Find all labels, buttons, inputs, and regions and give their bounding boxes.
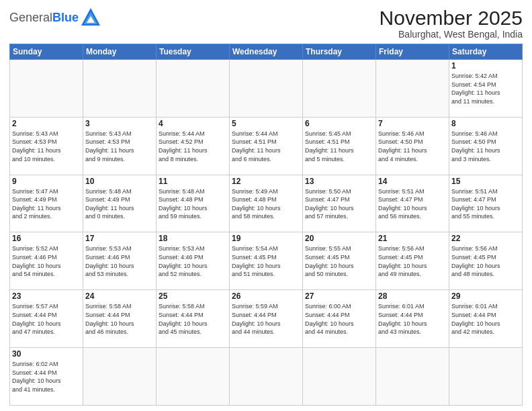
day-info: Sunrise: 5:44 AMSunset: 4:51 PMDaylight:… <box>232 130 300 163</box>
day-number: 7 <box>378 119 447 128</box>
calendar-cell: 6Sunrise: 5:45 AMSunset: 4:51 PMDaylight… <box>303 117 376 175</box>
day-number: 2 <box>12 119 81 128</box>
day-info: Sunrise: 5:59 AMSunset: 4:44 PMDaylight:… <box>232 302 300 336</box>
day-number: 29 <box>451 291 520 301</box>
calendar-cell <box>157 60 230 118</box>
day-info: Sunrise: 5:58 AMSunset: 4:44 PMDaylight:… <box>85 302 154 336</box>
day-info: Sunrise: 5:46 AMSunset: 4:50 PMDaylight:… <box>451 130 520 163</box>
calendar-cell <box>376 60 449 118</box>
calendar-week-4: 16Sunrise: 5:52 AMSunset: 4:46 PMDayligh… <box>10 232 523 290</box>
logo-icon <box>80 7 101 28</box>
calendar-cell: 12Sunrise: 5:49 AMSunset: 4:48 PMDayligh… <box>230 175 303 232</box>
calendar-cell <box>303 60 376 118</box>
calendar-cell: 10Sunrise: 5:48 AMSunset: 4:49 PMDayligh… <box>83 175 157 232</box>
calendar-cell <box>230 60 303 118</box>
calendar-cell <box>449 348 523 406</box>
calendar-cell: 29Sunrise: 6:01 AMSunset: 4:44 PMDayligh… <box>449 290 523 348</box>
day-info: Sunrise: 5:50 AMSunset: 4:47 PMDaylight:… <box>305 187 373 221</box>
day-number: 16 <box>12 234 81 243</box>
day-number: 28 <box>378 291 447 301</box>
calendar-cell: 1Sunrise: 5:42 AMSunset: 4:54 PMDaylight… <box>449 60 523 118</box>
weekday-header-monday: Monday <box>83 44 157 60</box>
logo-text: GeneralBlue <box>9 11 79 24</box>
calendar-cell <box>157 348 230 406</box>
calendar-cell: 30Sunrise: 6:02 AMSunset: 4:44 PMDayligh… <box>10 348 83 406</box>
day-info: Sunrise: 5:53 AMSunset: 4:46 PMDaylight:… <box>159 244 227 278</box>
calendar-cell: 5Sunrise: 5:44 AMSunset: 4:51 PMDaylight… <box>230 117 303 175</box>
weekday-row: SundayMondayTuesdayWednesdayThursdayFrid… <box>10 44 523 60</box>
day-number: 6 <box>305 119 373 128</box>
calendar-cell: 17Sunrise: 5:53 AMSunset: 4:46 PMDayligh… <box>83 232 157 290</box>
calendar-cell: 2Sunrise: 5:43 AMSunset: 4:53 PMDaylight… <box>10 117 83 175</box>
day-info: Sunrise: 5:53 AMSunset: 4:46 PMDaylight:… <box>85 244 154 278</box>
calendar-cell: 11Sunrise: 5:48 AMSunset: 4:48 PMDayligh… <box>157 175 230 232</box>
calendar-table: SundayMondayTuesdayWednesdayThursdayFrid… <box>9 44 523 406</box>
calendar-cell: 8Sunrise: 5:46 AMSunset: 4:50 PMDaylight… <box>449 117 523 175</box>
calendar-cell: 9Sunrise: 5:47 AMSunset: 4:49 PMDaylight… <box>10 175 83 232</box>
weekday-header-thursday: Thursday <box>303 44 376 60</box>
day-info: Sunrise: 5:56 AMSunset: 4:45 PMDaylight:… <box>378 244 447 278</box>
calendar-cell: 18Sunrise: 5:53 AMSunset: 4:46 PMDayligh… <box>157 232 230 290</box>
weekday-header-wednesday: Wednesday <box>230 44 303 60</box>
calendar-week-2: 2Sunrise: 5:43 AMSunset: 4:53 PMDaylight… <box>10 117 523 175</box>
calendar-week-5: 23Sunrise: 5:57 AMSunset: 4:44 PMDayligh… <box>10 290 523 348</box>
calendar-cell: 22Sunrise: 5:56 AMSunset: 4:45 PMDayligh… <box>449 232 523 290</box>
day-number: 20 <box>305 234 373 243</box>
day-info: Sunrise: 6:01 AMSunset: 4:44 PMDaylight:… <box>378 302 447 336</box>
calendar-cell: 19Sunrise: 5:54 AMSunset: 4:45 PMDayligh… <box>230 232 303 290</box>
calendar-cell <box>83 348 157 406</box>
calendar-cell: 13Sunrise: 5:50 AMSunset: 4:47 PMDayligh… <box>303 175 376 232</box>
calendar-title: November 2025 <box>380 7 523 29</box>
day-info: Sunrise: 5:52 AMSunset: 4:46 PMDaylight:… <box>12 244 81 278</box>
day-number: 4 <box>159 119 227 128</box>
calendar-cell: 24Sunrise: 5:58 AMSunset: 4:44 PMDayligh… <box>83 290 157 348</box>
weekday-header-saturday: Saturday <box>449 44 523 60</box>
calendar-cell: 14Sunrise: 5:51 AMSunset: 4:47 PMDayligh… <box>376 175 449 232</box>
day-info: Sunrise: 5:51 AMSunset: 4:47 PMDaylight:… <box>451 187 520 221</box>
day-number: 11 <box>159 177 227 186</box>
day-info: Sunrise: 5:49 AMSunset: 4:48 PMDaylight:… <box>232 187 300 221</box>
day-info: Sunrise: 5:45 AMSunset: 4:51 PMDaylight:… <box>305 130 373 163</box>
calendar-week-6: 30Sunrise: 6:02 AMSunset: 4:44 PMDayligh… <box>10 348 523 406</box>
calendar-week-3: 9Sunrise: 5:47 AMSunset: 4:49 PMDaylight… <box>10 175 523 232</box>
weekday-header-friday: Friday <box>376 44 449 60</box>
calendar-cell: 7Sunrise: 5:46 AMSunset: 4:50 PMDaylight… <box>376 117 449 175</box>
day-number: 8 <box>451 119 520 128</box>
day-number: 19 <box>232 234 300 243</box>
day-number: 3 <box>85 119 154 128</box>
header: GeneralBlue November 2025 Balurghat, Wes… <box>9 7 523 40</box>
calendar-cell: 4Sunrise: 5:44 AMSunset: 4:52 PMDaylight… <box>157 117 230 175</box>
logo-blue: Blue <box>52 11 79 24</box>
day-number: 12 <box>232 177 300 186</box>
calendar-week-1: 1Sunrise: 5:42 AMSunset: 4:54 PMDaylight… <box>10 60 523 118</box>
day-info: Sunrise: 5:46 AMSunset: 4:50 PMDaylight:… <box>378 130 447 163</box>
calendar-body: 1Sunrise: 5:42 AMSunset: 4:54 PMDaylight… <box>10 60 523 406</box>
calendar-cell: 3Sunrise: 5:43 AMSunset: 4:53 PMDaylight… <box>83 117 157 175</box>
day-number: 25 <box>159 291 227 301</box>
day-number: 17 <box>85 234 154 243</box>
day-info: Sunrise: 5:48 AMSunset: 4:49 PMDaylight:… <box>85 187 154 221</box>
day-number: 21 <box>378 234 447 243</box>
day-info: Sunrise: 5:48 AMSunset: 4:48 PMDaylight:… <box>159 187 227 221</box>
day-info: Sunrise: 5:43 AMSunset: 4:53 PMDaylight:… <box>12 130 81 163</box>
page: GeneralBlue November 2025 Balurghat, Wes… <box>0 0 532 411</box>
day-number: 24 <box>85 291 154 301</box>
day-info: Sunrise: 5:51 AMSunset: 4:47 PMDaylight:… <box>378 187 447 221</box>
day-number: 10 <box>85 177 154 186</box>
calendar-cell: 26Sunrise: 5:59 AMSunset: 4:44 PMDayligh… <box>230 290 303 348</box>
day-number: 14 <box>378 177 447 186</box>
day-info: Sunrise: 5:43 AMSunset: 4:53 PMDaylight:… <box>85 130 154 163</box>
day-number: 26 <box>232 291 300 301</box>
calendar-cell: 21Sunrise: 5:56 AMSunset: 4:45 PMDayligh… <box>376 232 449 290</box>
day-info: Sunrise: 6:02 AMSunset: 4:44 PMDaylight:… <box>12 360 81 394</box>
calendar-cell <box>83 60 157 118</box>
day-number: 5 <box>232 119 300 128</box>
day-number: 23 <box>12 291 81 301</box>
day-number: 1 <box>451 61 520 71</box>
calendar-cell <box>230 348 303 406</box>
calendar-cell: 28Sunrise: 6:01 AMSunset: 4:44 PMDayligh… <box>376 290 449 348</box>
calendar-cell: 15Sunrise: 5:51 AMSunset: 4:47 PMDayligh… <box>449 175 523 232</box>
day-info: Sunrise: 5:55 AMSunset: 4:45 PMDaylight:… <box>305 244 373 278</box>
calendar-subtitle: Balurghat, West Bengal, India <box>380 29 523 40</box>
day-info: Sunrise: 6:00 AMSunset: 4:44 PMDaylight:… <box>305 302 373 336</box>
